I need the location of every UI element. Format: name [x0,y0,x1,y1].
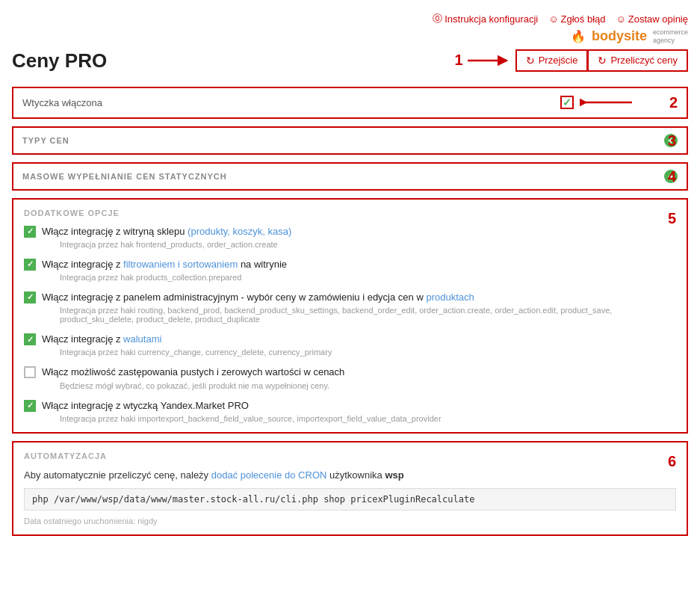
option-4: Włącz integrację z walutami Integracja p… [24,333,676,357]
auto-bold: wsp [385,469,403,481]
option-4-subtext: Integracja przez haki currency_change, c… [42,348,332,357]
instrukcja-link[interactable]: ⓪ Instrukcja konfiguracji [433,12,538,25]
option-3-highlight: produktach [426,292,474,303]
top-links-row: ⓪ Instrukcja konfiguracji ☺ Zgłoś błąd ☺… [12,12,688,25]
przejscie-button[interactable]: ↻ Przejście [515,49,589,72]
option-3-subtext: Integracja przez haki routing, backend_p… [42,306,676,324]
option-4-highlight: walutami [123,333,161,345]
zostaw-label: Zostaw opinię [628,13,688,25]
annotation-1: 1 [455,52,463,69]
masowe-section: MASOWE WYPEŁNIANIE CEN STATYCZNYCH + 4 [12,162,688,191]
question-icon: ⓪ [433,12,442,25]
plugin-enabled-label: Wtyczka włączona [22,97,560,108]
auto-desc-1: Aby automatycznie przeliczyć cenę, należ… [24,469,211,481]
dodatkowe-header: DODATKOWE OPCJE [24,209,676,218]
option-4-checkbox[interactable] [24,333,36,345]
option-6-text: Włącz integrację z wtyczką Yandex.Market… [42,400,249,411]
cron-link[interactable]: dodać polecenie do CRON [211,469,327,481]
przelicz-label: Przeliczyć ceny [610,55,678,66]
typy-cen-header: TYPY CEN [22,136,664,145]
last-run-text: Data ostatniego uruchomienia: nigdy [24,517,676,525]
annotation-5: 5 [668,210,676,227]
zostaw-link[interactable]: ☺ Zostaw opinię [616,13,689,25]
option-6-subtext: Integracja przez haki importexport_backe… [42,414,442,423]
option-2-checkbox[interactable] [24,259,36,271]
option-3-text: Włącz integrację z panelem administracyj… [42,292,474,303]
action-buttons-container: 1 ↻ Przejście ↻ Przeliczyć ceny [455,49,688,72]
bodysite-name: bodysite [592,28,647,44]
bodysite-sub: ecommerceagency [653,28,688,45]
instrukcja-label: Instrukcja konfiguracji [445,13,538,25]
option-2-highlight: filtrowaniem i sortowaniem [123,259,238,270]
option-5-checkbox[interactable] [24,366,36,378]
masowe-header: MASOWE WYPEŁNIANIE CEN STATYCZNYCH [22,172,664,181]
zostaw-icon: ☺ [616,13,626,25]
refresh2-icon: ↻ [598,55,607,67]
automatyzacja-header: AUTOMATYZACJA [24,451,676,460]
przelicz-button[interactable]: ↻ Przeliczyć ceny [588,49,688,72]
annotation-3: 3 [668,132,676,149]
automatyzacja-section: AUTOMATYZACJA 6 Aby automatycznie przeli… [12,441,688,537]
option-2: Włącz integrację z filtrowaniem i sortow… [24,258,676,282]
flame-icon: 🔥 [571,29,586,43]
option-5-subtext: Będziesz mógł wybrać, co pokazać, jeśli … [42,381,344,390]
option-3: Włącz integrację z panelem administracyj… [24,291,676,324]
page-title: Ceny PRO [12,49,107,73]
code-command: php /var/www/wsp/data/www/master.stock-a… [24,488,676,511]
option-2-text: Włącz integrację z filtrowaniem i sortow… [42,259,287,270]
arrow-1-icon [468,53,512,68]
arrow-2-icon [580,95,639,110]
refresh-icon: ↻ [526,55,535,67]
bodysite-row: 🔥 bodysite ecommerceagency [12,28,688,45]
option-5-text: Włącz możliwość zastępowania pustych i z… [42,366,344,377]
option-6: Włącz integrację z wtyczką Yandex.Market… [24,399,676,423]
annotation-2: 2 [669,94,678,111]
dodatkowe-section: DODATKOWE OPCJE 5 Włącz integrację z wit… [12,198,688,434]
annotation-6: 6 [668,453,676,470]
auto-desc-2: użytkownika [326,469,385,481]
option-6-checkbox[interactable] [24,400,36,412]
automatyzacja-description: Aby automatycznie przeliczyć cenę, należ… [24,468,676,483]
annotation-4: 4 [668,167,676,185]
option-4-text: Włącz integrację z walutami [42,333,161,345]
zglos-label: Zgłoś błąd [561,13,606,25]
option-2-subtext: Integracja przez hak products_collection… [42,273,287,282]
option-1-highlight: (produkty, koszyk, kasa) [188,226,291,237]
typy-cen-section: TYPY CEN + 3 [12,126,688,155]
option-3-checkbox[interactable] [24,292,36,303]
plugin-enabled-checkbox[interactable] [560,96,574,109]
option-1-text: Włącz integrację z witryną sklepu (produ… [42,226,291,237]
przejscie-label: Przejście [539,55,578,66]
option-1-subtext: Integracja przez hak frontend_products, … [42,240,291,249]
option-1: Włącz integrację z witryną sklepu (produ… [24,225,676,249]
header-row: Ceny PRO 1 ↻ Przejście ↻ Przeliczyć ceny [12,49,688,75]
option-5: Włącz możliwość zastępowania pustych i z… [24,366,676,389]
plugin-enabled-row: Wtyczka włączona 2 [12,87,688,119]
zglos-icon: ☺ [548,13,558,25]
zglos-link[interactable]: ☺ Zgłoś błąd [548,13,605,25]
option-1-checkbox[interactable] [24,226,36,238]
